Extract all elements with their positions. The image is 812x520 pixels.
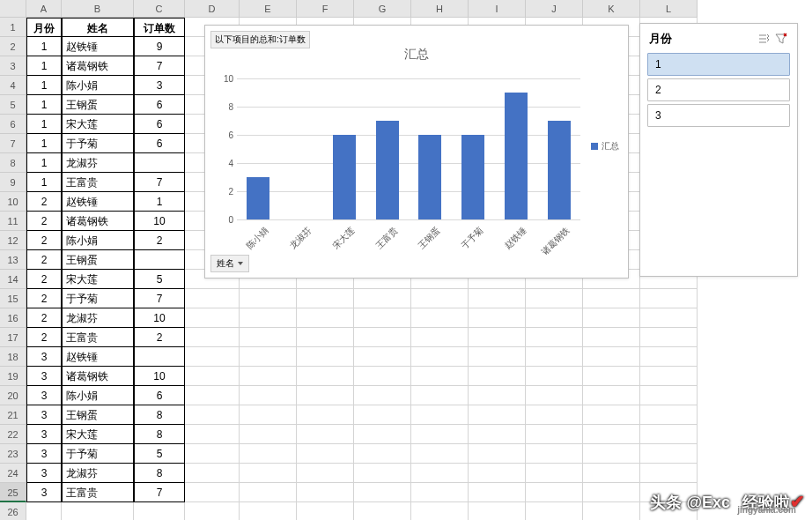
cell[interactable] (240, 464, 297, 483)
cell[interactable] (469, 347, 526, 367)
cell[interactable] (583, 289, 640, 308)
cell[interactable] (583, 405, 640, 425)
cell[interactable] (354, 308, 411, 328)
cell[interactable]: 7 (134, 483, 185, 502)
cell[interactable] (583, 425, 640, 444)
cell[interactable] (411, 347, 469, 367)
cell[interactable] (240, 367, 297, 386)
row-header[interactable]: 7 (0, 134, 26, 153)
cell[interactable]: 王钢蛋 (62, 95, 134, 115)
cell[interactable] (354, 386, 411, 405)
slicer-item[interactable]: 2 (647, 78, 790, 101)
cell[interactable] (240, 386, 297, 405)
cell[interactable] (526, 347, 583, 367)
cell[interactable] (526, 425, 583, 444)
cell[interactable]: 1 (26, 173, 62, 192)
cell[interactable] (640, 367, 698, 386)
cell[interactable] (240, 405, 297, 425)
cell[interactable] (583, 347, 640, 367)
cell[interactable] (469, 483, 526, 502)
column-header-K[interactable]: K (583, 0, 640, 18)
cell[interactable] (297, 405, 354, 425)
clear-filter-icon[interactable] (774, 32, 788, 46)
cell[interactable] (526, 328, 583, 347)
cell[interactable] (411, 502, 469, 520)
cell[interactable] (411, 483, 469, 502)
cell[interactable]: 姓名 (62, 18, 134, 37)
cell[interactable]: 订单数 (134, 18, 185, 37)
cell[interactable] (526, 405, 583, 425)
cell[interactable]: 3 (26, 386, 62, 405)
row-header[interactable]: 12 (0, 231, 26, 250)
cell[interactable]: 陈小娟 (62, 386, 134, 405)
cell[interactable] (526, 444, 583, 464)
row-header[interactable]: 6 (0, 115, 26, 134)
cell[interactable] (469, 502, 526, 520)
row-header[interactable]: 8 (0, 153, 26, 173)
cell[interactable] (185, 347, 240, 367)
cell[interactable] (411, 444, 469, 464)
column-header-L[interactable]: L (640, 0, 698, 18)
cell[interactable]: 1 (26, 115, 62, 134)
row-header[interactable]: 5 (0, 95, 26, 115)
cell[interactable] (640, 405, 698, 425)
cell[interactable]: 赵铁锤 (62, 37, 134, 56)
cell[interactable]: 王富贵 (62, 328, 134, 347)
cell[interactable] (297, 483, 354, 502)
cell[interactable] (354, 328, 411, 347)
cell[interactable] (469, 328, 526, 347)
cell[interactable] (411, 289, 469, 308)
cell[interactable]: 2 (134, 231, 185, 250)
cell[interactable] (185, 502, 240, 520)
cell[interactable] (640, 425, 698, 444)
cell[interactable] (469, 367, 526, 386)
column-header-G[interactable]: G (354, 0, 411, 18)
cell[interactable] (185, 483, 240, 502)
cell[interactable]: 于予菊 (62, 289, 134, 308)
cell[interactable] (134, 502, 185, 520)
row-header[interactable]: 23 (0, 444, 26, 464)
cell[interactable]: 8 (134, 405, 185, 425)
cell[interactable] (583, 328, 640, 347)
cell[interactable] (469, 289, 526, 308)
cell[interactable] (240, 347, 297, 367)
cell[interactable] (411, 464, 469, 483)
row-header[interactable]: 10 (0, 192, 26, 212)
row-header[interactable]: 14 (0, 270, 26, 289)
column-header-I[interactable]: I (469, 0, 526, 18)
cell[interactable]: 2 (26, 231, 62, 250)
cell[interactable] (354, 502, 411, 520)
row-header[interactable]: 16 (0, 308, 26, 328)
select-all-corner[interactable] (0, 0, 26, 18)
cell[interactable] (185, 308, 240, 328)
slicer-item[interactable]: 3 (647, 104, 790, 127)
cell[interactable] (354, 405, 411, 425)
cell[interactable] (640, 289, 698, 308)
cell[interactable] (134, 347, 185, 367)
cell[interactable] (297, 328, 354, 347)
cell[interactable]: 诸葛钢铁 (62, 212, 134, 231)
cell[interactable]: 8 (134, 464, 185, 483)
cell[interactable] (354, 347, 411, 367)
row-header[interactable]: 2 (0, 37, 26, 56)
cell[interactable]: 龙淑芬 (62, 464, 134, 483)
cell[interactable]: 6 (134, 386, 185, 405)
cell[interactable]: 3 (26, 464, 62, 483)
cell[interactable]: 3 (26, 483, 62, 502)
cell[interactable] (185, 328, 240, 347)
cell[interactable]: 龙淑芬 (62, 308, 134, 328)
cell[interactable]: 宋大莲 (62, 425, 134, 444)
cell[interactable] (297, 347, 354, 367)
cell[interactable] (583, 367, 640, 386)
cell[interactable] (26, 502, 62, 520)
cell[interactable] (469, 308, 526, 328)
column-header-J[interactable]: J (526, 0, 583, 18)
cell[interactable] (62, 502, 134, 520)
cell[interactable] (526, 367, 583, 386)
column-header-E[interactable]: E (240, 0, 297, 18)
multi-select-icon[interactable] (757, 32, 771, 46)
row-header[interactable]: 18 (0, 347, 26, 367)
cell[interactable]: 3 (134, 76, 185, 95)
cell[interactable] (240, 502, 297, 520)
cell[interactable] (640, 386, 698, 405)
